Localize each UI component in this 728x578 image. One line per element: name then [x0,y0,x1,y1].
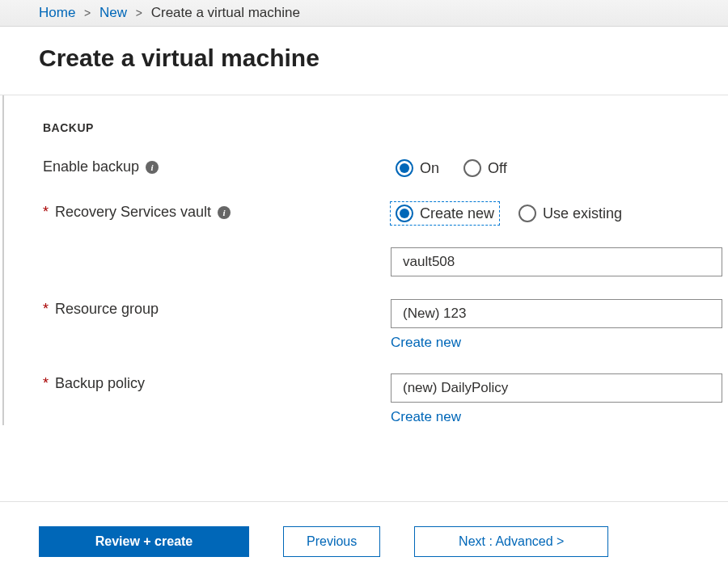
radio-group-enable-backup: On Off [391,157,728,179]
label-recovery-vault: * Recovery Services vault i [43,202,391,221]
wizard-footer: Review + create Previous Next : Advanced… [0,501,728,578]
previous-button[interactable]: Previous [283,526,380,557]
chevron-right-icon: > [136,6,142,19]
resource-group-input[interactable] [391,299,722,328]
row-resource-group: * Resource group Create new [43,299,728,351]
radio-vault-use-existing[interactable]: Use existing [514,202,627,225]
next-advanced-button[interactable]: Next : Advanced > [414,526,608,557]
backup-policy-create-link[interactable]: Create new [391,409,461,425]
info-icon[interactable]: i [218,206,231,219]
label-enable-backup: Enable backup i [43,157,391,175]
section-title: BACKUP [43,121,728,134]
label-backup-policy: * Backup policy [43,373,391,392]
breadcrumb-bar: Home > New > Create a virtual machine [0,0,728,27]
radio-backup-on[interactable]: On [391,157,444,179]
radio-icon [518,205,536,222]
resource-group-create-link[interactable]: Create new [391,335,461,351]
page-title: Create a virtual machine [39,44,728,72]
radio-vault-create-new[interactable]: Create new [391,202,499,225]
radio-icon [463,159,481,177]
row-backup-policy: * Backup policy Create new [43,373,728,425]
radio-icon [396,205,413,222]
info-icon[interactable]: i [146,161,159,174]
form-content: BACKUP Enable backup i On Off * Recovery… [2,95,728,425]
radio-icon [396,159,413,177]
backup-policy-input[interactable] [391,373,722,403]
radio-backup-off[interactable]: Off [459,157,512,179]
page-header: Create a virtual machine [0,27,728,95]
breadcrumb-home[interactable]: Home [39,5,75,20]
breadcrumb-current: Create a virtual machine [151,5,300,20]
required-asterisk: * [43,204,49,221]
label-resource-group: * Resource group [43,299,391,318]
vault-name-input[interactable] [391,247,722,276]
row-recovery-vault: * Recovery Services vault i Create new U… [43,202,728,225]
breadcrumb-new[interactable]: New [99,5,127,20]
required-asterisk: * [43,375,49,392]
breadcrumb: Home > New > Create a virtual machine [39,5,728,21]
row-enable-backup: Enable backup i On Off [43,157,728,179]
radio-group-recovery-vault: Create new Use existing [391,202,728,225]
review-create-button[interactable]: Review + create [39,526,249,557]
row-vault-name [43,247,728,276]
chevron-right-icon: > [84,6,91,19]
required-asterisk: * [43,301,49,318]
